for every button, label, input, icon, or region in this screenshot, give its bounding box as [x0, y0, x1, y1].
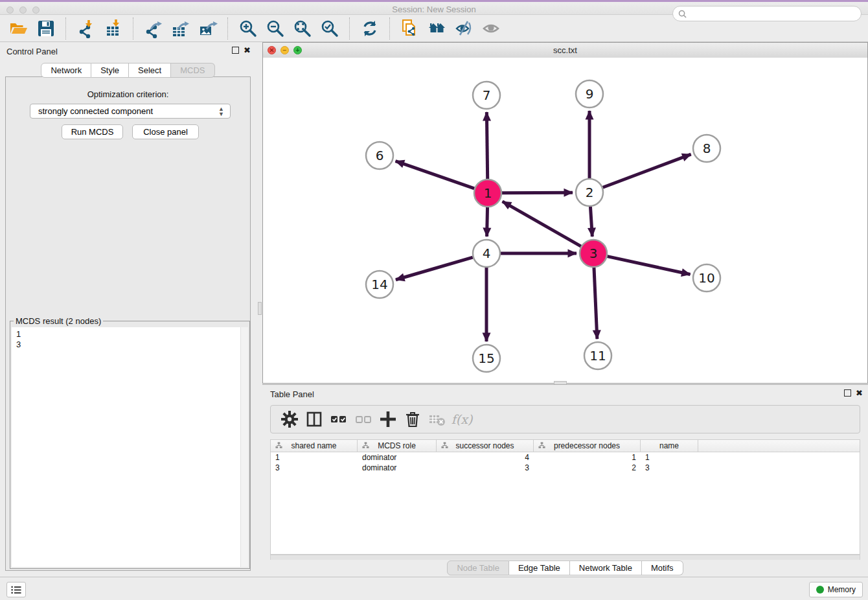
- float-table-panel-icon[interactable]: [844, 389, 851, 397]
- export-image-icon[interactable]: [197, 17, 219, 40]
- run-mcds-button[interactable]: Run MCDS: [62, 124, 123, 139]
- table-cell[interactable]: 3: [437, 463, 534, 473]
- toolbar-separator: [389, 17, 391, 40]
- select-all-icon[interactable]: [328, 409, 349, 430]
- table-cell[interactable]: 1: [534, 452, 641, 463]
- task-history-button[interactable]: [6, 582, 26, 597]
- float-panel-icon[interactable]: [232, 47, 239, 54]
- column-header-label: MCDS role: [378, 441, 416, 450]
- application-window: Session: New Session Control Panel ✖ Net…: [0, 0, 868, 600]
- table-cell[interactable]: 4: [437, 452, 534, 463]
- function-builder-icon: f(x): [451, 409, 472, 430]
- search-box[interactable]: [672, 6, 862, 21]
- node-label-15: 15: [478, 351, 494, 366]
- node-label-7: 7: [483, 87, 491, 103]
- table-panel-title: Table Panel: [270, 389, 314, 399]
- column-header-label: shared name: [291, 441, 336, 450]
- table-cell[interactable]: 3: [271, 463, 358, 473]
- edge-1-7[interactable]: [486, 112, 487, 179]
- add-column-icon[interactable]: [378, 409, 398, 430]
- mcds-result-title: MCDS result (2 nodes): [14, 316, 103, 326]
- edge-2-8[interactable]: [603, 154, 691, 187]
- home-icon[interactable]: [426, 17, 448, 40]
- refresh-network-icon[interactable]: [359, 17, 381, 40]
- tab-network-table[interactable]: Network Table: [570, 560, 642, 575]
- import-network-icon[interactable]: [75, 17, 97, 40]
- toolbar-separator: [65, 17, 67, 40]
- import-table-icon[interactable]: [102, 17, 124, 40]
- result-scrollbar[interactable]: [240, 327, 248, 567]
- table-scrollbar-track[interactable]: [270, 555, 860, 560]
- optimization-criterion-select[interactable]: strongly connected component ▲▼: [30, 104, 231, 119]
- toggle-graphics-details-icon[interactable]: [453, 17, 475, 40]
- chevron-up-down-icon: ▲▼: [218, 106, 224, 117]
- column-header-shared-name[interactable]: shared name: [271, 440, 358, 452]
- edge-2-3[interactable]: [590, 207, 592, 237]
- close-table-panel-icon[interactable]: ✖: [856, 389, 863, 397]
- table-settings-icon[interactable]: [279, 409, 300, 430]
- network-window-title: scc.txt: [263, 45, 867, 55]
- criterion-selected-value: strongly connected component: [38, 106, 153, 116]
- result-item: 3: [16, 340, 248, 350]
- open-session-icon[interactable]: [8, 17, 30, 40]
- zoom-in-icon[interactable]: [237, 17, 259, 40]
- toolbar-separator: [349, 17, 350, 40]
- tab-motifs[interactable]: Motifs: [642, 560, 683, 575]
- zoom-fit-icon[interactable]: [291, 17, 314, 40]
- column-header-MCDS-role[interactable]: MCDS role: [358, 440, 437, 452]
- node-label-2: 2: [586, 185, 594, 200]
- table-toolbar: f(x): [270, 405, 860, 433]
- tab-mcds[interactable]: MCDS: [171, 63, 214, 78]
- mcds-result-list[interactable]: 13: [12, 327, 248, 567]
- table-cell[interactable]: dominator: [358, 463, 437, 473]
- status-bar: Memory: [0, 577, 868, 600]
- zoom-selected-icon[interactable]: [319, 17, 341, 40]
- zoom-out-icon[interactable]: [264, 17, 286, 40]
- tab-edge-table[interactable]: Edge Table: [509, 560, 570, 575]
- search-input[interactable]: [690, 8, 861, 19]
- close-panel-button[interactable]: Close panel: [132, 124, 199, 139]
- edge-1-6[interactable]: [396, 161, 475, 189]
- tab-style[interactable]: Style: [91, 63, 129, 78]
- column-header-predecessor-nodes[interactable]: predecessor nodes: [534, 440, 641, 452]
- table-cell[interactable]: 2: [534, 463, 641, 473]
- network-canvas[interactable]: 1234678910111415: [263, 58, 867, 383]
- table-row[interactable]: 1dominator411: [271, 452, 860, 463]
- new-network-from-selection-icon[interactable]: [399, 17, 421, 40]
- edge-1-4[interactable]: [487, 207, 488, 237]
- edge-4-14[interactable]: [396, 257, 473, 280]
- edge-1-2[interactable]: [502, 192, 573, 193]
- control-panel: Control Panel ✖ NetworkStyleSelectMCDS O…: [0, 42, 256, 575]
- close-panel-icon[interactable]: ✖: [244, 47, 251, 54]
- export-table-icon[interactable]: [170, 17, 192, 40]
- column-header-name[interactable]: name: [641, 440, 698, 452]
- edge-3-1[interactable]: [503, 202, 581, 246]
- tab-network[interactable]: Network: [41, 63, 91, 78]
- splitter-grip-vertical[interactable]: [258, 302, 262, 315]
- save-session-icon[interactable]: [35, 17, 57, 40]
- edge-3-11[interactable]: [594, 268, 597, 339]
- tab-select[interactable]: Select: [129, 63, 171, 78]
- column-visibility-icon[interactable]: [304, 409, 325, 430]
- table-cell[interactable]: 3: [641, 463, 698, 473]
- column-header-successor-nodes[interactable]: successor nodes: [437, 440, 534, 452]
- delete-column-icon[interactable]: [402, 409, 423, 430]
- column-grip-icon: [362, 442, 369, 451]
- table-cell[interactable]: dominator: [358, 452, 437, 463]
- tab-node-table[interactable]: Node Table: [447, 560, 509, 575]
- search-icon: [678, 10, 687, 18]
- table-row[interactable]: 3dominator323: [271, 463, 860, 473]
- table-cell[interactable]: 1: [271, 452, 358, 463]
- deselect-all-icon[interactable]: [353, 409, 374, 430]
- memory-button[interactable]: Memory: [809, 582, 863, 597]
- node-label-9: 9: [586, 86, 594, 102]
- list-icon: [10, 584, 22, 595]
- export-network-icon[interactable]: [143, 17, 165, 40]
- node-label-6: 6: [376, 148, 384, 163]
- network-window-titlebar[interactable]: ✕ − + scc.txt: [263, 43, 867, 58]
- column-header-label: name: [659, 441, 679, 450]
- edge-3-10[interactable]: [607, 257, 690, 275]
- table-cell[interactable]: 1: [641, 452, 698, 463]
- show-hide-panel-icon[interactable]: [481, 17, 503, 40]
- node-label-1: 1: [484, 185, 492, 201]
